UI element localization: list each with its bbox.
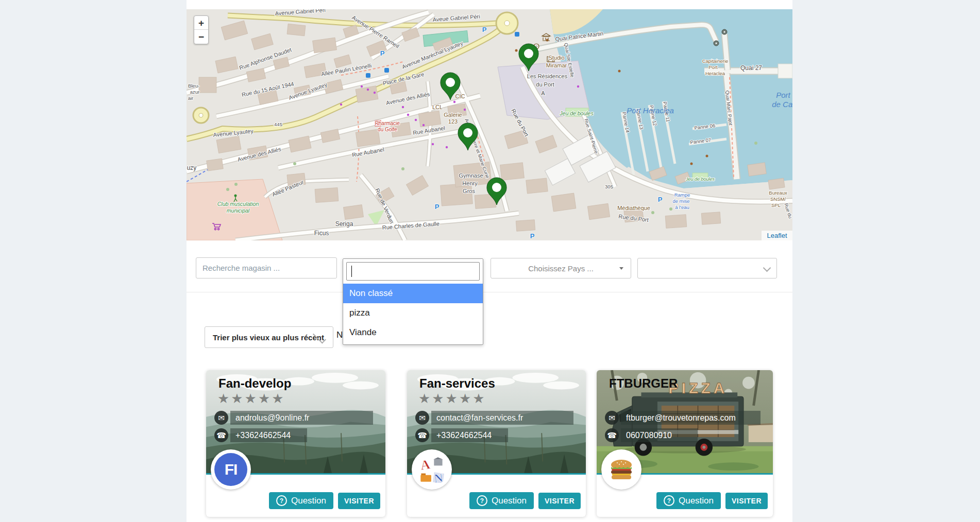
map-label: Seriga bbox=[335, 220, 353, 228]
question-button[interactable]: ? Question bbox=[656, 492, 721, 509]
map-label: Ficus bbox=[314, 230, 329, 237]
map-zoom-control: + − bbox=[194, 15, 209, 44]
map-label: Port Heraclea bbox=[627, 106, 674, 115]
map-canvas: Rue Alphonse DaudetRue du 15 Août 1944Av… bbox=[187, 9, 792, 240]
store-logo: FI bbox=[211, 449, 251, 490]
map-label: Gymnase bbox=[459, 172, 483, 179]
store-name: FTBURGER bbox=[609, 376, 678, 391]
zoom-in-button[interactable]: + bbox=[194, 16, 208, 30]
question-mark-icon: ? bbox=[664, 495, 674, 506]
map-label: P bbox=[482, 26, 487, 33]
map-label: Jeu de boules bbox=[559, 110, 594, 116]
map-label: Médiathèque bbox=[617, 205, 650, 211]
question-mark-icon: ? bbox=[276, 495, 287, 506]
category-option-viande[interactable]: Viande bbox=[343, 323, 483, 342]
question-button-label: Question bbox=[291, 496, 326, 506]
category-dropdown-panel: Non classé pizza Viande bbox=[343, 258, 483, 345]
extra-select[interactable] bbox=[637, 258, 777, 279]
map-label: Port bbox=[776, 91, 790, 99]
map-label: Henry bbox=[462, 180, 478, 186]
clipped-label: N bbox=[336, 330, 343, 340]
search-input[interactable] bbox=[196, 257, 337, 279]
sort-select-label: Trier plus vieux au plus récent bbox=[205, 333, 324, 342]
store-name: Fan-services bbox=[419, 376, 495, 391]
store-email[interactable]: ftburger@trouvetonrepas.com bbox=[621, 411, 761, 425]
store-card: Fan-develop ★★★★★ ✉ androlus@9online.fr … bbox=[206, 370, 385, 517]
question-button-label: Question bbox=[679, 496, 714, 506]
map-label: Bleu- bbox=[188, 83, 199, 89]
map-label: Studio bbox=[548, 55, 564, 61]
logo-letter-n: N bbox=[433, 471, 444, 483]
store-email[interactable]: androlus@9online.fr bbox=[230, 411, 373, 425]
country-select[interactable]: Choisissez Pays ... bbox=[491, 258, 631, 279]
map[interactable]: Rue Alphonse DaudetRue du 15 Août 1944Av… bbox=[187, 9, 792, 240]
store-name: Fan-develop bbox=[218, 376, 291, 391]
rating-stars[interactable]: ★★★★★ bbox=[418, 391, 486, 407]
page: Rue Alphonse DaudetRue du 15 Août 1944Av… bbox=[0, 0, 980, 522]
app-collage-logo: A N bbox=[418, 456, 445, 483]
map-label: LCL bbox=[432, 104, 443, 110]
question-button-label: Question bbox=[492, 496, 527, 506]
map-label: de Cav bbox=[772, 100, 792, 109]
category-option-pizza[interactable]: pizza bbox=[343, 303, 483, 323]
store-email[interactable]: contact@fan-services.fr bbox=[431, 411, 573, 425]
visit-button[interactable]: VISITER bbox=[725, 493, 768, 509]
phone-icon: ☎ bbox=[415, 428, 429, 442]
category-option-non-classe[interactable]: Non classé bbox=[343, 284, 483, 303]
logo-letter-a: A bbox=[419, 457, 431, 473]
map-label: Gros bbox=[463, 188, 475, 194]
map-label: Port bbox=[708, 64, 718, 70]
map-label: SPL bbox=[771, 202, 781, 208]
zoom-out-button[interactable]: − bbox=[194, 30, 208, 44]
store-card: PIZZA FTBURGER ✉ ftburger@trouvetonrepas… bbox=[597, 370, 773, 517]
category-options-list: Non classé pizza Viande bbox=[343, 284, 483, 342]
phone-icon: ☎ bbox=[214, 428, 228, 442]
visit-button[interactable]: VISITER bbox=[538, 493, 581, 509]
map-label: 305 bbox=[605, 184, 613, 189]
store-logo-text: FI bbox=[225, 461, 238, 478]
map-label: Club musculation bbox=[217, 201, 259, 207]
map-label: Miramar bbox=[546, 62, 567, 68]
map-label: Pharmacie bbox=[375, 120, 400, 126]
category-search-input[interactable] bbox=[347, 263, 479, 280]
caret-down-icon bbox=[619, 267, 623, 270]
store-logo: A N bbox=[412, 449, 452, 490]
text-caret bbox=[351, 266, 352, 277]
leaflet-attribution-link[interactable]: Leaflet bbox=[762, 231, 792, 240]
map-label: SNSM/ bbox=[770, 196, 786, 202]
map-label: Bureaux bbox=[769, 190, 787, 196]
map-label: CIC bbox=[455, 93, 465, 99]
map-label: municipal bbox=[227, 207, 250, 214]
map-label: Heraclea bbox=[705, 71, 725, 76]
map-label: azur bbox=[190, 89, 199, 95]
map-label: P bbox=[380, 49, 385, 57]
email-icon: ✉ bbox=[214, 411, 228, 425]
chevron-down-icon bbox=[763, 264, 771, 272]
rating-stars[interactable]: ★★★★★ bbox=[217, 391, 285, 407]
visit-button[interactable]: VISITER bbox=[338, 493, 380, 509]
map-label: 445 bbox=[274, 121, 282, 127]
sort-select[interactable]: Trier plus vieux au plus récent bbox=[205, 326, 333, 348]
map-label: Quai 27 bbox=[740, 64, 762, 72]
map-label: du Port bbox=[536, 81, 554, 88]
burger-logo bbox=[609, 459, 634, 480]
map-label: uzy bbox=[187, 164, 197, 171]
question-button[interactable]: ? Question bbox=[269, 492, 333, 509]
map-label: de mise bbox=[672, 198, 689, 204]
map-label: Les Résidences bbox=[527, 73, 568, 79]
phone-icon: ☎ bbox=[605, 428, 619, 442]
question-mark-icon: ? bbox=[477, 495, 487, 506]
category-search-box[interactable] bbox=[346, 262, 480, 281]
map-label: du Golfe bbox=[378, 127, 397, 132]
store-card: Fan-services ★★★★★ ✉ contact@fan-service… bbox=[407, 370, 586, 517]
store-phone[interactable]: 0607080910 bbox=[621, 428, 698, 442]
map-label: Rampe bbox=[674, 192, 690, 198]
map-label: P bbox=[530, 232, 535, 240]
map-label: P bbox=[435, 203, 440, 211]
country-select-placeholder: Choisissez Pays ... bbox=[528, 264, 594, 273]
map-label: P bbox=[658, 196, 663, 203]
map-label: Capitainerie bbox=[702, 58, 729, 64]
store-phone[interactable]: +33624662544 bbox=[230, 428, 307, 442]
store-phone[interactable]: +33624662544 bbox=[431, 428, 508, 442]
question-button[interactable]: ? Question bbox=[469, 492, 534, 509]
